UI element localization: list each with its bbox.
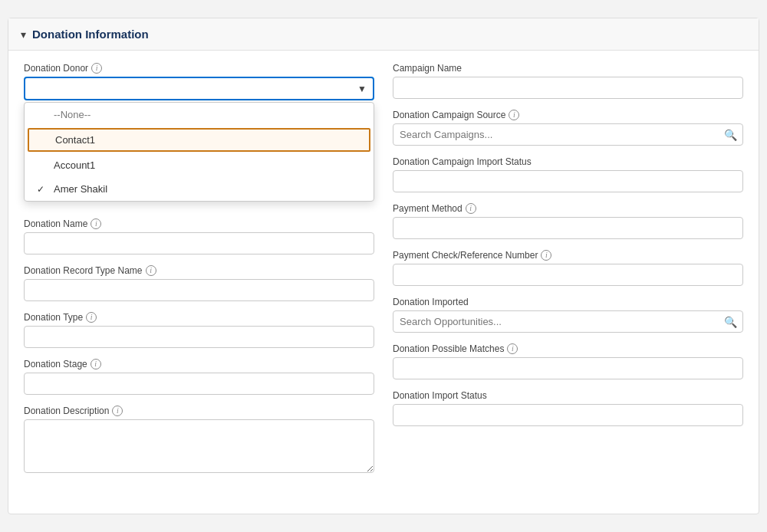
donation-name-field-group: Donation Name i [24,218,374,255]
donation-donor-field-group: Donation Donor i Amer Shakil ▼ --None-- [24,63,374,100]
donation-name-label-text: Donation Name [24,218,87,229]
donation-record-type-label: Donation Record Type Name i [24,265,374,276]
payment-method-label: Payment Method i [393,203,743,214]
donation-stage-label: Donation Stage i [24,359,374,369]
donation-type-field-group: Donation Type i [24,312,374,348]
donation-description-info-icon[interactable]: i [112,406,123,416]
panel-header: ▾ Donation Information [8,18,759,51]
donation-type-info-icon[interactable]: i [86,312,97,323]
right-column: Campaign Name Donation Campaign Source i… [393,63,743,486]
donation-record-type-input[interactable]: Donation [24,279,374,301]
campaign-name-field-group: Campaign Name [393,63,743,99]
donation-imported-input[interactable] [393,310,743,333]
dropdown-item-account1[interactable]: Account1 [25,153,374,177]
donation-type-label-text: Donation Type [24,312,83,323]
donation-imported-label-text: Donation Imported [393,297,469,307]
campaign-source-field-group: Donation Campaign Source i 🔍 [393,110,743,146]
donation-stage-field-group: Donation Stage i Closed Won [24,359,374,395]
import-status-label: Donation Import Status [393,390,743,401]
campaign-source-search-icon[interactable]: 🔍 [724,129,737,141]
campaign-import-status-label-text: Donation Campaign Import Status [393,156,532,167]
donation-description-label-text: Donation Description [24,406,109,416]
donation-imported-label: Donation Imported [393,297,743,307]
donation-donor-label-text: Donation Donor [24,63,88,74]
campaign-source-input[interactable] [393,123,743,146]
donation-name-label: Donation Name i [24,218,374,229]
campaign-source-label-text: Donation Campaign Source [393,110,505,120]
donation-imported-search-wrapper: 🔍 [393,310,743,333]
payment-check-label-text: Payment Check/Reference Number [393,250,538,261]
donation-donor-select-wrapper: Amer Shakil ▼ --None-- Contact1 [24,77,374,100]
possible-matches-label: Donation Possible Matches i [393,343,743,354]
campaign-name-input[interactable] [393,77,743,99]
dropdown-item-none-label: --None-- [54,109,361,120]
dropdown-item-account1-label: Account1 [54,159,361,171]
donation-imported-field-group: Donation Imported 🔍 [393,297,743,333]
dropdown-item-contact1-label: Contact1 [55,134,360,146]
possible-matches-input[interactable] [393,357,743,379]
campaign-name-label: Campaign Name [393,63,743,74]
dropdown-item-contact1[interactable]: Contact1 [28,128,370,152]
dropdown-item-amer[interactable]: ✓ Amer Shakil [25,177,374,201]
payment-check-label: Payment Check/Reference Number i [393,250,743,261]
panel-title: Donation Information [32,28,149,41]
donation-donor-info-icon[interactable]: i [91,63,102,74]
payment-method-label-text: Payment Method [393,203,463,214]
payment-method-field-group: Payment Method i [393,203,743,239]
check-icon-amer: ✓ [37,184,49,195]
donation-name-input[interactable] [24,232,374,255]
campaign-import-status-label: Donation Campaign Import Status [393,156,743,167]
donation-imported-search-icon[interactable]: 🔍 [724,316,737,328]
donation-description-field-group: Donation Description i [24,406,374,475]
donation-information-panel: ▾ Donation Information Donation Donor i … [8,18,759,514]
campaign-source-info-icon[interactable]: i [509,110,519,120]
donation-stage-info-icon[interactable]: i [91,359,101,369]
donation-donor-input[interactable]: Amer Shakil [24,77,374,100]
import-status-field-group: Donation Import Status Invalid Donation … [393,390,743,426]
collapse-icon[interactable]: ▾ [21,28,26,41]
panel-body: Donation Donor i Amer Shakil ▼ --None-- [8,51,759,498]
donation-stage-label-text: Donation Stage [24,359,87,369]
donation-stage-input[interactable]: Closed Won [24,373,374,395]
payment-method-input[interactable] [393,217,743,239]
import-status-input[interactable]: Invalid Donation Donor [393,404,743,426]
payment-check-input[interactable] [393,264,743,286]
campaign-source-search-wrapper: 🔍 [393,123,743,146]
donation-donor-label: Donation Donor i [24,63,374,74]
import-status-label-text: Donation Import Status [393,390,487,401]
donation-description-textarea[interactable] [24,419,374,473]
campaign-source-label: Donation Campaign Source i [393,110,743,120]
possible-matches-label-text: Donation Possible Matches [393,343,504,354]
donation-type-label: Donation Type i [24,312,374,323]
payment-check-info-icon[interactable]: i [541,250,551,261]
possible-matches-field-group: Donation Possible Matches i [393,343,743,379]
payment-check-field-group: Payment Check/Reference Number i [393,250,743,286]
payment-method-info-icon[interactable]: i [466,203,476,214]
dropdown-item-amer-label: Amer Shakil [54,183,361,195]
donation-record-type-label-text: Donation Record Type Name [24,265,143,276]
donation-record-type-field-group: Donation Record Type Name i Donation [24,265,374,301]
donation-donor-dropdown: --None-- Contact1 Account1 ✓ Amer Sh [24,102,374,202]
donation-description-label: Donation Description i [24,406,374,416]
left-column: Donation Donor i Amer Shakil ▼ --None-- [24,63,374,486]
dropdown-item-none[interactable]: --None-- [25,103,374,126]
campaign-name-label-text: Campaign Name [393,63,462,74]
donation-record-type-info-icon[interactable]: i [146,265,156,276]
campaign-import-status-field-group: Donation Campaign Import Status [393,156,743,192]
donation-name-info-icon[interactable]: i [91,218,101,229]
possible-matches-info-icon[interactable]: i [507,343,518,354]
donation-type-input[interactable] [24,326,374,348]
campaign-import-status-input[interactable] [393,170,743,192]
